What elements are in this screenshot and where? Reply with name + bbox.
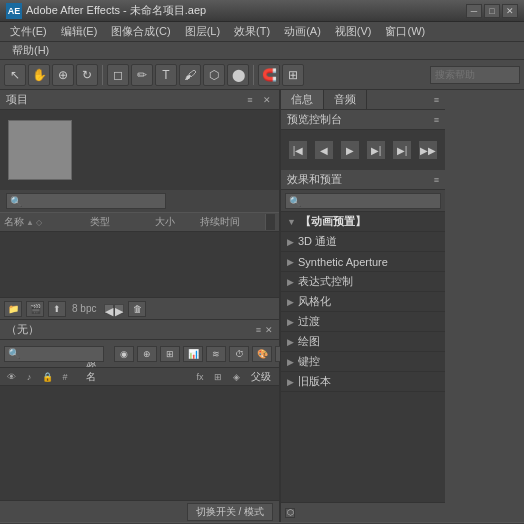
timeline-tool-group-1: ◉ ⊕ ⊞ 📊 ≋ ⏱ 🎨 ⚙ (114, 346, 295, 362)
menu-composition[interactable]: 图像合成(C) (105, 23, 176, 40)
effects-search-wrap: 🔍 (285, 193, 441, 209)
menu-window[interactable]: 窗口(W) (379, 23, 431, 40)
layer-parent-label: 父级 (247, 370, 275, 384)
switch-mode-btn[interactable]: 切换开关 / 模式 (187, 503, 273, 521)
color-depth-controls: ◀ ▶ (104, 304, 124, 314)
tl-tool-1[interactable]: ◉ (114, 346, 134, 362)
layer-right-icons: fx ⊞ ◈ 父级 (193, 370, 275, 384)
tab-audio[interactable]: 音频 (324, 90, 367, 109)
effect-item-3d-channel[interactable]: ▶ 3D 通道 (281, 232, 445, 252)
effects-list[interactable]: ▼ 【动画预置】 ▶ 3D 通道 ▶ Synthetic Aperture ▶ … (281, 212, 445, 502)
new-comp-btn[interactable]: 🎬 (26, 301, 44, 317)
tool-hand[interactable]: ✋ (28, 64, 50, 86)
preview-next-frame[interactable]: ▶| (366, 140, 386, 160)
preview-content: |◀ ◀ ▶ ▶| ▶| ▶▶ (281, 130, 445, 170)
color-right-arrow[interactable]: ▶ (114, 304, 124, 314)
tl-tool-3[interactable]: ⊞ (160, 346, 180, 362)
timeline-menu-btn[interactable]: ≡ (256, 325, 261, 335)
timeline-layer-header: 👁 ♪ 🔒 # 源名称 fx ⊞ ◈ 父级 (0, 368, 279, 386)
tool-select[interactable]: ↖ (4, 64, 26, 86)
project-header-controls: ≡ ✕ (243, 93, 273, 107)
menu-layer[interactable]: 图层(L) (179, 23, 226, 40)
search-wrapper: 🔍 (6, 193, 166, 209)
maximize-button[interactable]: □ (484, 4, 500, 18)
tool-snap[interactable]: 🧲 (258, 64, 280, 86)
tool-text[interactable]: T (155, 64, 177, 86)
preview-play[interactable]: ▶ (340, 140, 360, 160)
layer-blend-icon[interactable]: ⊞ (211, 370, 225, 384)
tool-brush[interactable]: 🖌 (179, 64, 201, 86)
close-button[interactable]: ✕ (502, 4, 518, 18)
info-panel-menu-btn[interactable]: ≡ (428, 95, 445, 105)
tl-tool-5[interactable]: ≋ (206, 346, 226, 362)
minimize-button[interactable]: ─ (466, 4, 482, 18)
toolbar-separator-2 (253, 65, 254, 85)
preview-ram[interactable]: ▶▶ (418, 140, 438, 160)
tool-pen[interactable]: ✏ (131, 64, 153, 86)
tool-3d[interactable]: ⊞ (282, 64, 304, 86)
effect-item-keying[interactable]: ▶ 键控 (281, 352, 445, 372)
effect-item-draw[interactable]: ▶ 绘图 (281, 332, 445, 352)
preview-to-start[interactable]: |◀ (288, 140, 308, 160)
timeline-content (0, 386, 279, 500)
tool-puppet[interactable]: ⬤ (227, 64, 249, 86)
project-bottom-bar: 📁 🎬 ⬆ 8 bpc ◀ ▶ 🗑 (0, 297, 279, 319)
menu-file[interactable]: 文件(E) (4, 23, 53, 40)
delete-btn[interactable]: 🗑 (128, 301, 146, 317)
timeline-close-btn[interactable]: ✕ (265, 325, 273, 335)
effect-item-stylize[interactable]: ▶ 风格化 (281, 292, 445, 312)
effect-item-old-version[interactable]: ▶ 旧版本 (281, 372, 445, 392)
import-btn[interactable]: ⬆ (48, 301, 66, 317)
project-menu-btn[interactable]: ≡ (243, 93, 257, 107)
tag-icon: ◇ (36, 218, 42, 227)
layer-color-icon[interactable]: ◈ (229, 370, 243, 384)
tl-tool-2[interactable]: ⊕ (137, 346, 157, 362)
tab-info[interactable]: 信息 (281, 90, 324, 109)
preview-title: 预览控制台 (287, 112, 342, 127)
effects-search-area: 🔍 (281, 190, 445, 212)
info-audio-tabs: 信息 音频 ≡ (281, 90, 445, 110)
thumbnail-preview (8, 120, 72, 180)
effects-header-controls: ≡ (434, 175, 439, 185)
effect-item-animation-presets[interactable]: ▼ 【动画预置】 (281, 212, 445, 232)
col-header-name: 名称 ▲ ◇ (4, 215, 86, 229)
layer-eye-icon[interactable]: 👁 (4, 370, 18, 384)
search-help-input[interactable] (430, 66, 520, 84)
project-scrollbar[interactable] (265, 214, 275, 230)
layer-lock-icon[interactable]: 🔒 (40, 370, 54, 384)
preview-prev-frame[interactable]: ◀ (314, 140, 334, 160)
color-left-arrow[interactable]: ◀ (104, 304, 114, 314)
search-help-area (430, 66, 520, 84)
tool-clone[interactable]: ⬡ (203, 64, 225, 86)
preview-menu-btn[interactable]: ≡ (434, 115, 439, 125)
project-close-btn[interactable]: ✕ (261, 94, 273, 106)
effect-item-transition[interactable]: ▶ 过渡 (281, 312, 445, 332)
tool-rotate[interactable]: ↻ (76, 64, 98, 86)
ae-logo: AE (6, 3, 22, 19)
sort-icon: ▲ (26, 218, 34, 227)
project-search-input[interactable] (6, 193, 166, 209)
layer-hash-icon[interactable]: # (58, 370, 72, 384)
menu-edit[interactable]: 编辑(E) (55, 23, 104, 40)
tl-tool-4[interactable]: 📊 (183, 346, 203, 362)
tool-shape[interactable]: ◻ (107, 64, 129, 86)
effects-expand-btn[interactable]: ⬡ (285, 508, 295, 518)
new-folder-btn[interactable]: 📁 (4, 301, 22, 317)
menu-view[interactable]: 视图(V) (329, 23, 378, 40)
project-content[interactable] (0, 232, 279, 297)
tool-zoom[interactable]: ⊕ (52, 64, 74, 86)
preview-panel: 预览控制台 ≡ |◀ ◀ ▶ ▶| ▶| ▶▶ (281, 110, 445, 170)
menu-animation[interactable]: 动画(A) (278, 23, 327, 40)
effects-menu-btn[interactable]: ≡ (434, 175, 439, 185)
tl-tool-7[interactable]: 🎨 (252, 346, 272, 362)
layer-audio-icon[interactable]: ♪ (22, 370, 36, 384)
effect-item-expression-controls[interactable]: ▶ 表达式控制 (281, 272, 445, 292)
tl-tool-6[interactable]: ⏱ (229, 346, 249, 362)
timeline-panel: （无） ≡ ✕ 🔍 ◉ ⊕ ⊞ 📊 ≋ ⏱ (0, 320, 279, 522)
menu-help[interactable]: 帮助(H) (6, 42, 55, 59)
effects-search-input[interactable] (285, 193, 441, 209)
effect-item-synthetic-aperture[interactable]: ▶ Synthetic Aperture (281, 252, 445, 272)
preview-to-end[interactable]: ▶| (392, 140, 412, 160)
layer-fx-icon[interactable]: fx (193, 370, 207, 384)
menu-effect[interactable]: 效果(T) (228, 23, 276, 40)
